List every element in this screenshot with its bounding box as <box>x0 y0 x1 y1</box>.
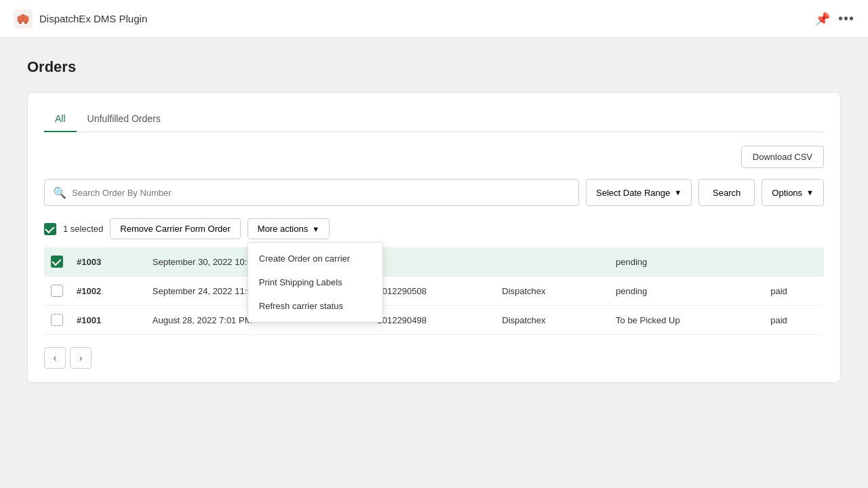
search-button[interactable]: Search <box>698 179 755 206</box>
order-tracking: 2012290498 <box>371 306 496 335</box>
date-range-button[interactable]: Select Date Range ▼ <box>586 179 692 206</box>
order-payment: paid <box>764 306 824 335</box>
select-all-checkbox[interactable] <box>44 223 56 235</box>
order-number[interactable]: #1003 <box>70 247 146 277</box>
tab-all[interactable]: All <box>44 106 77 132</box>
row-checkbox-cell[interactable] <box>44 306 70 335</box>
order-carrier: Dispatchex <box>495 306 609 335</box>
prev-page-button[interactable]: ‹ <box>44 347 66 369</box>
table-row: #1002 September 24, 2022 11:0 2012290508… <box>44 277 824 306</box>
search-icon: 🔍 <box>53 186 66 199</box>
next-page-button[interactable]: › <box>70 347 92 369</box>
topbar-title: DispatchEx DMS Plugin <box>39 13 147 24</box>
options-button[interactable]: Options ▼ <box>762 179 824 206</box>
date-range-label: Select Date Range <box>596 188 670 198</box>
order-payment: paid <box>764 277 824 306</box>
table-row: #1003 September 30, 2022 10:0 pending <box>44 247 824 277</box>
row-checkbox[interactable] <box>51 314 63 326</box>
tabs-container: All Unfulfilled Orders <box>44 106 824 132</box>
prev-chevron-icon: ‹ <box>54 352 57 363</box>
order-status: pending <box>609 247 764 277</box>
topbar-right: 📌 ••• <box>815 11 854 26</box>
more-actions-container: More actions ▼ Create Order on carrier P… <box>248 218 330 239</box>
order-tracking: 2012290508 <box>371 277 496 306</box>
search-row: 🔍 Select Date Range ▼ Search Options ▼ <box>44 179 824 206</box>
download-csv-button[interactable]: Download CSV <box>741 146 824 168</box>
pagination: ‹ › <box>44 347 824 369</box>
order-carrier: Dispatchex <box>495 277 609 306</box>
order-status: To be Picked Up <box>609 306 764 335</box>
orders-table: #1003 September 30, 2022 10:0 pending #1… <box>44 247 824 335</box>
table-toolbar: 1 selected Remove Carrier Form Order Mor… <box>44 218 824 239</box>
topbar: DispatchEx DMS Plugin 📌 ••• <box>0 0 868 38</box>
selected-count: 1 selected <box>63 224 103 234</box>
more-actions-button[interactable]: More actions ▼ <box>248 218 330 239</box>
page-title: Orders <box>27 58 841 76</box>
more-actions-dropdown: Create Order on carrier Print Shipping L… <box>248 242 383 323</box>
order-number[interactable]: #1001 <box>70 306 146 335</box>
order-tracking <box>371 247 496 277</box>
chevron-down-icon: ▼ <box>674 188 682 197</box>
remove-carrier-button[interactable]: Remove Carrier Form Order <box>110 218 241 239</box>
svg-rect-1 <box>19 22 22 24</box>
dispatch-logo-icon <box>14 9 33 28</box>
dropdown-item-print-labels[interactable]: Print Shipping Labels <box>248 270 382 294</box>
svg-rect-2 <box>24 22 27 24</box>
topbar-left: DispatchEx DMS Plugin <box>14 9 147 28</box>
chevron-down-icon-2: ▼ <box>806 188 814 197</box>
row-checkbox[interactable] <box>51 285 63 297</box>
table-row: #1001 August 28, 2022 7:01 PM 2012290498… <box>44 306 824 335</box>
options-label: Options <box>772 188 802 198</box>
dropdown-item-refresh-status[interactable]: Refresh carrier status <box>248 294 382 318</box>
more-options-icon[interactable]: ••• <box>838 11 854 26</box>
row-checkbox-cell[interactable] <box>44 247 70 277</box>
order-payment <box>764 247 824 277</box>
actions-row: Download CSV <box>44 146 824 168</box>
chevron-down-icon-3: ▼ <box>312 225 319 233</box>
pin-icon[interactable]: 📌 <box>815 12 830 26</box>
more-actions-label: More actions <box>258 224 308 234</box>
order-number[interactable]: #1002 <box>70 277 146 306</box>
search-input-wrap: 🔍 <box>44 179 579 206</box>
orders-card: All Unfulfilled Orders Download CSV 🔍 Se… <box>27 92 841 383</box>
row-checkbox[interactable] <box>51 256 63 268</box>
order-carrier <box>495 247 609 277</box>
next-chevron-icon: › <box>79 352 83 363</box>
order-status: pending <box>609 277 764 306</box>
page-content: Orders All Unfulfilled Orders Download C… <box>0 38 868 403</box>
tab-unfulfilled[interactable]: Unfulfilled Orders <box>77 106 172 132</box>
search-input[interactable] <box>72 188 570 198</box>
row-checkbox-cell[interactable] <box>44 277 70 306</box>
dropdown-item-create-order[interactable]: Create Order on carrier <box>248 247 382 270</box>
